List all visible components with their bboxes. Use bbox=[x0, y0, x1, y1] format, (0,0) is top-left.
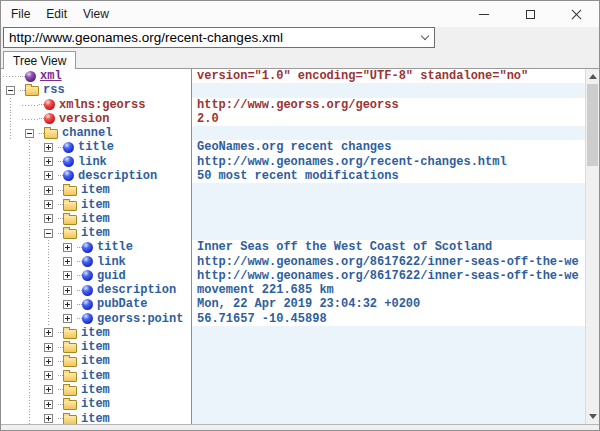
tree-node-label[interactable]: rss bbox=[43, 83, 65, 97]
tree-node-label[interactable]: xml bbox=[40, 69, 62, 83]
expand-toggle-icon[interactable] bbox=[44, 385, 53, 394]
tree-indent-guide bbox=[20, 312, 39, 326]
tree-node-label[interactable]: item bbox=[81, 397, 110, 411]
expand-toggle-icon[interactable] bbox=[44, 186, 53, 195]
value-row: movement 221.685 km bbox=[192, 283, 585, 297]
tree-node-label[interactable]: guid bbox=[97, 269, 126, 283]
expand-toggle-icon[interactable] bbox=[44, 200, 53, 209]
tree-node-label[interactable]: description bbox=[97, 283, 176, 297]
expand-toggle-icon[interactable] bbox=[44, 400, 53, 409]
expand-toggle-icon[interactable] bbox=[44, 143, 53, 152]
tree-row: link bbox=[1, 155, 191, 169]
value-row bbox=[192, 212, 585, 226]
tree-indent-guide bbox=[1, 155, 20, 169]
tree-row: description bbox=[1, 283, 191, 297]
tree-node-label[interactable]: item bbox=[81, 354, 110, 368]
dropdown-button[interactable] bbox=[416, 28, 434, 47]
tree-node-label[interactable]: item bbox=[81, 383, 110, 397]
value-text: 50 most recent modifications bbox=[192, 169, 399, 183]
tree-node-label[interactable]: description bbox=[78, 169, 157, 183]
tree-node-label[interactable]: pubDate bbox=[97, 297, 147, 311]
folder-icon bbox=[63, 215, 77, 225]
app-window: File Edit View http://www.geonames.org/r… bbox=[0, 0, 600, 431]
tree-indent-guide bbox=[1, 226, 20, 240]
value-row bbox=[192, 226, 585, 240]
tree-node-label[interactable]: channel bbox=[62, 126, 112, 140]
tree-indent-guide bbox=[1, 140, 20, 154]
folder-tab bbox=[63, 398, 70, 401]
expand-toggle-icon[interactable] bbox=[63, 286, 72, 295]
expand-toggle-icon[interactable] bbox=[63, 257, 72, 266]
folder-icon bbox=[63, 343, 77, 353]
tree-node-label[interactable]: title bbox=[97, 240, 133, 254]
tree-node-label[interactable]: item bbox=[81, 198, 110, 212]
folder-icon bbox=[63, 415, 77, 425]
value-row bbox=[192, 126, 585, 140]
menu-file[interactable]: File bbox=[3, 3, 38, 25]
tree-node-label[interactable]: xmlns:georss bbox=[59, 98, 145, 112]
folder-tab bbox=[63, 355, 70, 358]
tree-row: item bbox=[1, 411, 191, 424]
tree-node-label[interactable]: georss:point bbox=[97, 312, 183, 326]
expand-toggle-icon[interactable] bbox=[44, 357, 53, 366]
expand-toggle-icon[interactable] bbox=[44, 157, 53, 166]
folder-icon bbox=[63, 201, 77, 211]
expand-toggle-icon[interactable] bbox=[44, 171, 53, 180]
collapse-toggle-icon[interactable] bbox=[44, 229, 53, 238]
menu-edit[interactable]: Edit bbox=[38, 3, 75, 25]
expand-toggle-icon[interactable] bbox=[63, 271, 72, 280]
blue-sphere-icon bbox=[82, 313, 93, 324]
minimize-button[interactable] bbox=[461, 1, 507, 27]
scrollbar-thumb[interactable] bbox=[587, 84, 598, 166]
url-combobox[interactable]: http://www.geonames.org/recent-changes.x… bbox=[3, 27, 435, 48]
expander-slot bbox=[39, 411, 58, 424]
url-value[interactable]: http://www.geonames.org/recent-changes.x… bbox=[4, 30, 416, 45]
expand-toggle-icon[interactable] bbox=[44, 414, 53, 423]
red-sphere-icon bbox=[44, 113, 55, 124]
tree-node-label[interactable]: item bbox=[81, 326, 110, 340]
collapse-toggle-icon[interactable] bbox=[6, 86, 15, 95]
expander-slot bbox=[39, 140, 58, 154]
tree-node-label[interactable]: item bbox=[81, 340, 110, 354]
expand-toggle-icon[interactable] bbox=[44, 371, 53, 380]
collapse-toggle-icon[interactable] bbox=[25, 129, 34, 138]
value-text: GeoNames.org recent changes bbox=[192, 140, 391, 154]
tab-strip: Tree View bbox=[1, 50, 599, 68]
arrow-up-icon bbox=[589, 74, 597, 79]
close-button[interactable] bbox=[553, 1, 599, 27]
maximize-button[interactable] bbox=[507, 1, 553, 27]
tree-indent-guide bbox=[1, 183, 20, 197]
expander-slot bbox=[39, 354, 58, 368]
expander-slot bbox=[39, 197, 58, 211]
tree-node-label[interactable]: item bbox=[81, 369, 110, 383]
expand-toggle-icon[interactable] bbox=[63, 300, 72, 309]
tree-row: rss bbox=[1, 83, 191, 97]
tree-node-label[interactable]: item bbox=[81, 183, 110, 197]
tree-indent-guide bbox=[1, 297, 20, 311]
tree-indent-guide bbox=[20, 254, 39, 268]
tree-node-label[interactable]: link bbox=[97, 255, 126, 269]
tree-node-label[interactable]: version bbox=[59, 112, 109, 126]
menu-view[interactable]: View bbox=[75, 3, 117, 25]
expand-toggle-icon[interactable] bbox=[44, 328, 53, 337]
value-row: 50 most recent modifications bbox=[192, 169, 585, 183]
expand-toggle-icon[interactable] bbox=[44, 214, 53, 223]
tree-node-label[interactable]: link bbox=[78, 155, 107, 169]
tree-row: description bbox=[1, 169, 191, 183]
value-text: 2.0 bbox=[192, 112, 219, 126]
tree-node-label[interactable]: title bbox=[78, 140, 114, 154]
tree-indent-guide bbox=[39, 283, 58, 297]
scroll-down-button[interactable] bbox=[586, 409, 599, 424]
tree-node-label[interactable]: item bbox=[81, 212, 110, 226]
tree-indent-guide bbox=[1, 411, 20, 424]
tree-node-label[interactable]: item bbox=[81, 226, 110, 240]
scroll-up-button[interactable] bbox=[586, 69, 599, 84]
tree-indent-guide bbox=[20, 226, 39, 240]
tree-node-label[interactable]: item bbox=[81, 412, 110, 425]
expand-toggle-icon[interactable] bbox=[63, 314, 72, 323]
tree-indent-guide bbox=[1, 169, 20, 183]
expand-toggle-icon[interactable] bbox=[63, 243, 72, 252]
vertical-scrollbar[interactable] bbox=[585, 69, 599, 424]
expand-toggle-icon[interactable] bbox=[44, 343, 53, 352]
tab-tree-view[interactable]: Tree View bbox=[3, 51, 76, 69]
